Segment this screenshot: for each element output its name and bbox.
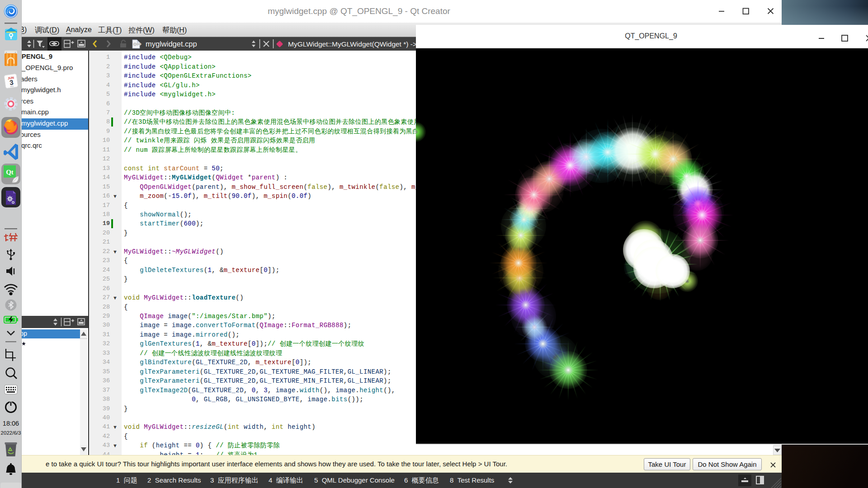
svg-text:MyGLWidget::MyGLWidget(QWidget: MyGLWidget::MyGLWidget(QWidget *) -> v — [288, 40, 422, 48]
svg-text:Qt: Qt — [6, 169, 14, 176]
svg-text:C++: C++ — [133, 42, 141, 47]
svg-text:FRI: FRI — [10, 85, 14, 88]
svg-text:myglwidget.cpp: myglwidget.cpp — [146, 40, 197, 48]
